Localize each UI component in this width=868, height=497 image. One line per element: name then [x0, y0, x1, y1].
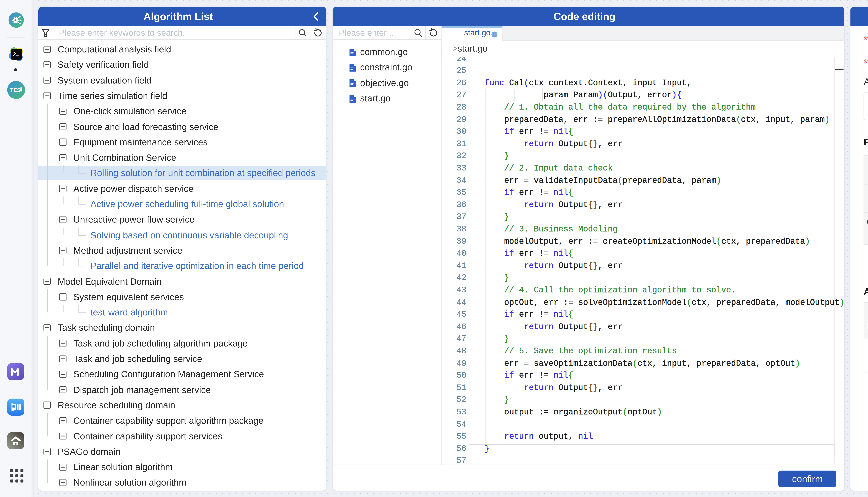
svg-text:TES: TES: [10, 87, 21, 93]
